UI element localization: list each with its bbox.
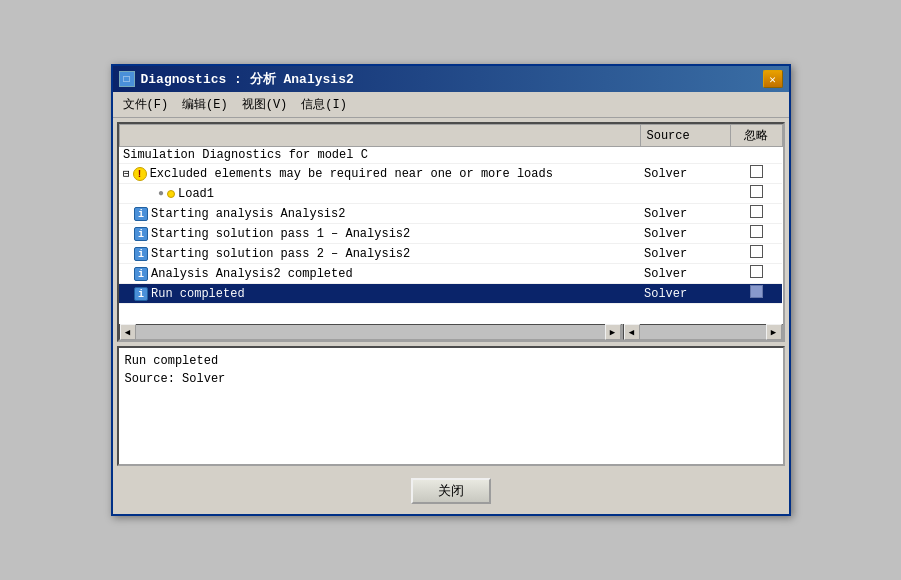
row-text: Simulation Diagnostics for model C (123, 148, 368, 162)
ignore-checkbox[interactable] (750, 285, 763, 298)
row-text: Starting analysis Analysis2 (151, 207, 345, 221)
table-scroll-area[interactable]: Source 忽略 Simulation Diagnostics for mod… (119, 124, 783, 324)
cell-source: Solver (640, 264, 730, 284)
run-icon: i (134, 287, 148, 301)
ignore-checkbox[interactable] (750, 185, 763, 198)
message-cell-content: i Run completed (123, 287, 636, 301)
cell-message: i Starting solution pass 1 – Analysis2 (119, 224, 640, 244)
cell-ignore (730, 164, 782, 184)
scroll-left-btn2[interactable]: ◀ (624, 324, 640, 340)
col-header-source: Source (640, 125, 730, 147)
message-cell-content: i Starting analysis Analysis2 (123, 207, 636, 221)
horizontal-scrollbar-left[interactable]: ◀ ▶ (119, 324, 622, 340)
message-cell-content: i Analysis Analysis2 completed (123, 267, 636, 281)
detail-line-1: Run completed (125, 354, 777, 368)
table-header: Source 忽略 (119, 125, 782, 147)
cell-ignore (730, 204, 782, 224)
ignore-checkbox[interactable] (750, 205, 763, 218)
row-text: Analysis Analysis2 completed (151, 267, 353, 281)
ignore-checkbox[interactable] (750, 225, 763, 238)
cell-ignore (730, 147, 782, 164)
cell-source: Solver (640, 284, 730, 304)
message-cell-content: Simulation Diagnostics for model C (123, 148, 636, 162)
cell-source (640, 184, 730, 204)
table-row: Simulation Diagnostics for model C (119, 147, 782, 164)
table-row: i Analysis Analysis2 completed Solver (119, 264, 782, 284)
main-content: Source 忽略 Simulation Diagnostics for mod… (113, 118, 789, 514)
row-text: Starting solution pass 2 – Analysis2 (151, 247, 410, 261)
detail-panel: Run completed Source: Solver (117, 346, 785, 466)
cell-message: i Analysis Analysis2 completed (119, 264, 640, 284)
row-text: Starting solution pass 1 – Analysis2 (151, 227, 410, 241)
menu-view[interactable]: 视图(V) (236, 94, 294, 115)
cell-ignore (730, 264, 782, 284)
detail-line-3: Source: Solver (125, 372, 777, 386)
scroll-right-button[interactable]: ▶ (605, 324, 621, 340)
cell-source (640, 147, 730, 164)
cell-message: i Run completed (119, 284, 640, 304)
col-header-ignore: 忽略 (730, 125, 782, 147)
cell-source: Solver (640, 224, 730, 244)
table-row: ⊟ ! Excluded elements may be required ne… (119, 164, 782, 184)
message-cell-content: ● Load1 (123, 187, 636, 201)
expand-icon[interactable]: ⊟ (123, 167, 130, 180)
row-text: Run completed (151, 287, 245, 301)
table-row-selected[interactable]: i Run completed Solver (119, 284, 782, 304)
scroll-left-panel: ◀ ▶ (119, 324, 623, 340)
menu-info[interactable]: 信息(I) (295, 94, 353, 115)
row-text: Load1 (178, 187, 214, 201)
window-icon: □ (119, 71, 135, 87)
cell-ignore (730, 224, 782, 244)
cell-ignore (730, 244, 782, 264)
scroll-right-btn2[interactable]: ▶ (766, 324, 782, 340)
cell-message: Simulation Diagnostics for model C (119, 147, 640, 164)
scroll-right-panel: ◀ ▶ (623, 324, 783, 340)
ignore-checkbox[interactable] (750, 245, 763, 258)
table-row: i Starting analysis Analysis2 Solver (119, 204, 782, 224)
table-body: Simulation Diagnostics for model C ⊟ (119, 147, 782, 304)
cell-message: ⊟ ! Excluded elements may be required ne… (119, 164, 640, 184)
warning-icon: ! (133, 167, 147, 181)
scrollbar-track-left[interactable] (136, 325, 605, 339)
message-cell-content: i Starting solution pass 2 – Analysis2 (123, 247, 636, 261)
tree-branch-icon: ● (158, 188, 164, 199)
table-row: i Starting solution pass 2 – Analysis2 S… (119, 244, 782, 264)
cell-message: i Starting solution pass 2 – Analysis2 (119, 244, 640, 264)
cell-source: Solver (640, 204, 730, 224)
info-icon: i (134, 207, 148, 221)
cell-message: i Starting analysis Analysis2 (119, 204, 640, 224)
info-icon: i (134, 267, 148, 281)
table-row: ● Load1 (119, 184, 782, 204)
ignore-checkbox[interactable] (750, 265, 763, 278)
table-row: i Starting solution pass 1 – Analysis2 S… (119, 224, 782, 244)
button-row: 关闭 (117, 470, 785, 510)
cell-message: ● Load1 (119, 184, 640, 204)
message-cell-content: i Starting solution pass 1 – Analysis2 (123, 227, 636, 241)
cell-source: Solver (640, 244, 730, 264)
scrollbar-track-right[interactable] (640, 325, 766, 339)
title-bar: □ Diagnostics : 分析 Analysis2 ✕ (113, 66, 789, 92)
menu-edit[interactable]: 编辑(E) (176, 94, 234, 115)
close-window-button[interactable]: ✕ (763, 70, 783, 88)
row-text: Excluded elements may be required near o… (150, 167, 553, 181)
info-icon: i (134, 247, 148, 261)
col-header-message (119, 125, 640, 147)
dot-icon (167, 190, 175, 198)
diagnostics-table: Source 忽略 Simulation Diagnostics for mod… (117, 122, 785, 342)
cell-ignore (730, 284, 782, 304)
data-table: Source 忽略 Simulation Diagnostics for mod… (119, 124, 783, 304)
horizontal-scrollbar-right[interactable]: ◀ ▶ (623, 324, 783, 340)
cell-source: Solver (640, 164, 730, 184)
scrollbar-row: ◀ ▶ ◀ ▶ (119, 324, 783, 340)
scroll-left-button[interactable]: ◀ (120, 324, 136, 340)
ignore-checkbox[interactable] (750, 165, 763, 178)
main-window: □ Diagnostics : 分析 Analysis2 ✕ 文件(F) 编辑(… (111, 64, 791, 516)
menu-bar: 文件(F) 编辑(E) 视图(V) 信息(I) (113, 92, 789, 118)
cell-ignore (730, 184, 782, 204)
message-cell-content: ⊟ ! Excluded elements may be required ne… (123, 167, 636, 181)
title-bar-left: □ Diagnostics : 分析 Analysis2 (119, 70, 354, 88)
window-title: Diagnostics : 分析 Analysis2 (141, 70, 354, 88)
close-button[interactable]: 关闭 (411, 478, 491, 504)
menu-file[interactable]: 文件(F) (117, 94, 175, 115)
info-icon: i (134, 227, 148, 241)
